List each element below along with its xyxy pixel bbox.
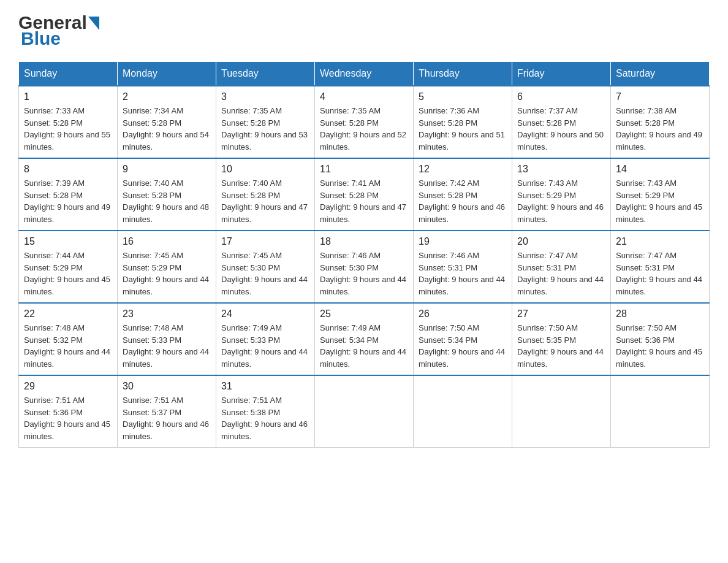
logo-blue: Blue bbox=[21, 28, 61, 49]
day-info: Sunrise: 7:39 AMSunset: 5:28 PMDaylight:… bbox=[24, 177, 112, 225]
day-cell-18: 18Sunrise: 7:46 AMSunset: 5:30 PMDayligh… bbox=[315, 231, 414, 303]
day-number: 13 bbox=[517, 164, 605, 175]
empty-cell bbox=[611, 375, 710, 448]
logo-arrow-icon bbox=[88, 17, 99, 30]
day-cell-8: 8Sunrise: 7:39 AMSunset: 5:28 PMDaylight… bbox=[19, 158, 118, 231]
day-info: Sunrise: 7:50 AMSunset: 5:34 PMDaylight:… bbox=[419, 322, 507, 370]
day-number: 26 bbox=[419, 308, 507, 320]
day-info: Sunrise: 7:49 AMSunset: 5:33 PMDaylight:… bbox=[221, 322, 309, 370]
week-row-3: 15Sunrise: 7:44 AMSunset: 5:29 PMDayligh… bbox=[19, 231, 710, 303]
day-number: 2 bbox=[123, 91, 211, 102]
day-cell-20: 20Sunrise: 7:47 AMSunset: 5:31 PMDayligh… bbox=[512, 231, 611, 303]
day-number: 6 bbox=[517, 91, 605, 102]
day-info: Sunrise: 7:46 AMSunset: 5:31 PMDaylight:… bbox=[419, 250, 507, 297]
day-number: 28 bbox=[616, 308, 704, 320]
day-number: 17 bbox=[221, 236, 309, 247]
day-info: Sunrise: 7:44 AMSunset: 5:29 PMDaylight:… bbox=[24, 250, 112, 297]
day-info: Sunrise: 7:48 AMSunset: 5:32 PMDaylight:… bbox=[24, 322, 112, 370]
empty-cell bbox=[315, 375, 414, 448]
day-cell-27: 27Sunrise: 7:50 AMSunset: 5:35 PMDayligh… bbox=[512, 303, 611, 375]
day-cell-11: 11Sunrise: 7:41 AMSunset: 5:28 PMDayligh… bbox=[315, 158, 414, 231]
day-cell-12: 12Sunrise: 7:42 AMSunset: 5:28 PMDayligh… bbox=[414, 158, 512, 231]
col-header-monday: Monday bbox=[118, 62, 216, 86]
calendar-header: SundayMondayTuesdayWednesdayThursdayFrid… bbox=[19, 62, 710, 86]
svg-marker-0 bbox=[88, 17, 99, 30]
calendar-table: SundayMondayTuesdayWednesdayThursdayFrid… bbox=[18, 61, 710, 448]
day-info: Sunrise: 7:48 AMSunset: 5:33 PMDaylight:… bbox=[123, 322, 211, 370]
day-number: 3 bbox=[221, 91, 309, 102]
day-number: 11 bbox=[320, 164, 408, 175]
day-info: Sunrise: 7:42 AMSunset: 5:28 PMDaylight:… bbox=[419, 177, 507, 225]
day-info: Sunrise: 7:40 AMSunset: 5:28 PMDaylight:… bbox=[221, 177, 309, 225]
col-header-saturday: Saturday bbox=[611, 62, 710, 86]
week-row-4: 22Sunrise: 7:48 AMSunset: 5:32 PMDayligh… bbox=[19, 303, 710, 375]
week-row-5: 29Sunrise: 7:51 AMSunset: 5:36 PMDayligh… bbox=[19, 375, 710, 448]
day-cell-6: 6Sunrise: 7:37 AMSunset: 5:28 PMDaylight… bbox=[512, 86, 611, 158]
day-info: Sunrise: 7:38 AMSunset: 5:28 PMDaylight:… bbox=[616, 105, 704, 153]
day-cell-14: 14Sunrise: 7:43 AMSunset: 5:29 PMDayligh… bbox=[611, 158, 710, 231]
day-cell-26: 26Sunrise: 7:50 AMSunset: 5:34 PMDayligh… bbox=[414, 303, 512, 375]
day-info: Sunrise: 7:43 AMSunset: 5:29 PMDaylight:… bbox=[616, 177, 704, 225]
day-number: 9 bbox=[123, 164, 211, 175]
day-info: Sunrise: 7:33 AMSunset: 5:28 PMDaylight:… bbox=[24, 105, 112, 153]
day-cell-9: 9Sunrise: 7:40 AMSunset: 5:28 PMDaylight… bbox=[118, 158, 216, 231]
day-info: Sunrise: 7:49 AMSunset: 5:34 PMDaylight:… bbox=[320, 322, 408, 370]
day-number: 16 bbox=[123, 236, 211, 247]
day-number: 24 bbox=[221, 308, 309, 320]
day-info: Sunrise: 7:46 AMSunset: 5:30 PMDaylight:… bbox=[320, 250, 408, 297]
day-number: 15 bbox=[24, 236, 112, 247]
col-header-tuesday: Tuesday bbox=[216, 62, 315, 86]
week-row-1: 1Sunrise: 7:33 AMSunset: 5:28 PMDaylight… bbox=[19, 86, 710, 158]
day-number: 31 bbox=[221, 381, 309, 392]
day-cell-31: 31Sunrise: 7:51 AMSunset: 5:38 PMDayligh… bbox=[216, 375, 315, 448]
day-number: 5 bbox=[419, 91, 507, 102]
day-cell-29: 29Sunrise: 7:51 AMSunset: 5:36 PMDayligh… bbox=[19, 375, 118, 448]
calendar-body: 1Sunrise: 7:33 AMSunset: 5:28 PMDaylight… bbox=[19, 86, 710, 448]
day-info: Sunrise: 7:45 AMSunset: 5:29 PMDaylight:… bbox=[123, 250, 211, 297]
day-info: Sunrise: 7:47 AMSunset: 5:31 PMDaylight:… bbox=[616, 250, 704, 297]
day-cell-1: 1Sunrise: 7:33 AMSunset: 5:28 PMDaylight… bbox=[19, 86, 118, 158]
day-info: Sunrise: 7:43 AMSunset: 5:29 PMDaylight:… bbox=[517, 177, 605, 225]
day-number: 12 bbox=[419, 164, 507, 175]
empty-cell bbox=[512, 375, 611, 448]
day-number: 19 bbox=[419, 236, 507, 247]
day-cell-10: 10Sunrise: 7:40 AMSunset: 5:28 PMDayligh… bbox=[216, 158, 315, 231]
day-info: Sunrise: 7:51 AMSunset: 5:38 PMDaylight:… bbox=[221, 394, 309, 442]
col-header-sunday: Sunday bbox=[19, 62, 118, 86]
col-header-wednesday: Wednesday bbox=[315, 62, 414, 86]
day-cell-21: 21Sunrise: 7:47 AMSunset: 5:31 PMDayligh… bbox=[611, 231, 710, 303]
day-cell-25: 25Sunrise: 7:49 AMSunset: 5:34 PMDayligh… bbox=[315, 303, 414, 375]
day-cell-23: 23Sunrise: 7:48 AMSunset: 5:33 PMDayligh… bbox=[118, 303, 216, 375]
day-number: 4 bbox=[320, 91, 408, 102]
day-cell-19: 19Sunrise: 7:46 AMSunset: 5:31 PMDayligh… bbox=[414, 231, 512, 303]
day-info: Sunrise: 7:50 AMSunset: 5:36 PMDaylight:… bbox=[616, 322, 704, 370]
page-header: General Blue bbox=[18, 12, 710, 49]
day-cell-30: 30Sunrise: 7:51 AMSunset: 5:37 PMDayligh… bbox=[118, 375, 216, 448]
day-cell-24: 24Sunrise: 7:49 AMSunset: 5:33 PMDayligh… bbox=[216, 303, 315, 375]
day-cell-3: 3Sunrise: 7:35 AMSunset: 5:28 PMDaylight… bbox=[216, 86, 315, 158]
day-info: Sunrise: 7:35 AMSunset: 5:28 PMDaylight:… bbox=[221, 105, 309, 153]
day-info: Sunrise: 7:50 AMSunset: 5:35 PMDaylight:… bbox=[517, 322, 605, 370]
day-cell-13: 13Sunrise: 7:43 AMSunset: 5:29 PMDayligh… bbox=[512, 158, 611, 231]
day-number: 20 bbox=[517, 236, 605, 247]
day-number: 30 bbox=[123, 381, 211, 392]
day-info: Sunrise: 7:45 AMSunset: 5:30 PMDaylight:… bbox=[221, 250, 309, 297]
day-info: Sunrise: 7:34 AMSunset: 5:28 PMDaylight:… bbox=[123, 105, 211, 153]
day-number: 1 bbox=[24, 91, 112, 102]
day-cell-2: 2Sunrise: 7:34 AMSunset: 5:28 PMDaylight… bbox=[118, 86, 216, 158]
day-info: Sunrise: 7:47 AMSunset: 5:31 PMDaylight:… bbox=[517, 250, 605, 297]
day-cell-7: 7Sunrise: 7:38 AMSunset: 5:28 PMDaylight… bbox=[611, 86, 710, 158]
col-header-thursday: Thursday bbox=[414, 62, 512, 86]
day-info: Sunrise: 7:37 AMSunset: 5:28 PMDaylight:… bbox=[517, 105, 605, 153]
day-number: 14 bbox=[616, 164, 704, 175]
day-info: Sunrise: 7:40 AMSunset: 5:28 PMDaylight:… bbox=[123, 177, 211, 225]
col-header-friday: Friday bbox=[512, 62, 611, 86]
day-cell-16: 16Sunrise: 7:45 AMSunset: 5:29 PMDayligh… bbox=[118, 231, 216, 303]
day-cell-4: 4Sunrise: 7:35 AMSunset: 5:28 PMDaylight… bbox=[315, 86, 414, 158]
day-number: 21 bbox=[616, 236, 704, 247]
day-info: Sunrise: 7:36 AMSunset: 5:28 PMDaylight:… bbox=[419, 105, 507, 153]
week-row-2: 8Sunrise: 7:39 AMSunset: 5:28 PMDaylight… bbox=[19, 158, 710, 231]
day-info: Sunrise: 7:51 AMSunset: 5:36 PMDaylight:… bbox=[24, 394, 112, 442]
day-number: 18 bbox=[320, 236, 408, 247]
day-cell-22: 22Sunrise: 7:48 AMSunset: 5:32 PMDayligh… bbox=[19, 303, 118, 375]
